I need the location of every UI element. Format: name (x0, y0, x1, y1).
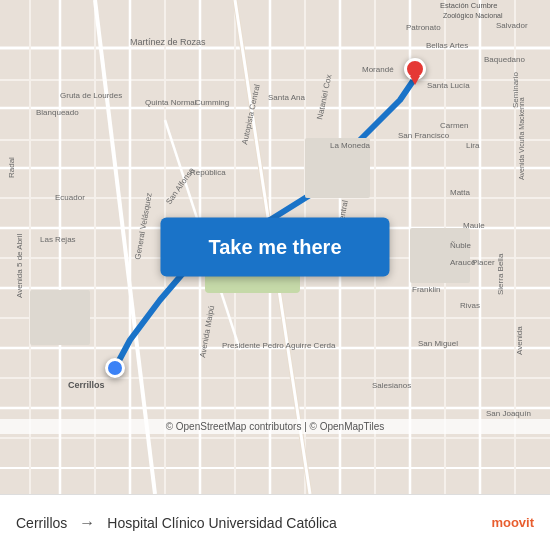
svg-text:Zoológico Nacional: Zoológico Nacional (443, 12, 503, 20)
destination-marker (404, 58, 426, 80)
svg-text:Gruta de Lourdes: Gruta de Lourdes (60, 91, 122, 100)
from-location-label: Cerrillos (16, 515, 67, 531)
svg-text:Santa Lucía: Santa Lucía (427, 81, 470, 90)
svg-text:Avenida Vicuña Mackenna: Avenida Vicuña Mackenna (518, 97, 525, 180)
svg-text:Rivas: Rivas (460, 301, 480, 310)
svg-text:San Francisco: San Francisco (398, 131, 450, 140)
app: Martínez de Rozas Gruta de Lourdes Blanq… (0, 0, 550, 550)
attribution: © OpenStreetMap contributors | © OpenMap… (0, 419, 550, 434)
svg-text:Salvador: Salvador (496, 21, 528, 30)
svg-text:Ecuador: Ecuador (55, 193, 85, 202)
svg-text:La Moneda: La Moneda (330, 141, 371, 150)
svg-text:Baquedano: Baquedano (484, 55, 525, 64)
svg-text:Salesianos: Salesianos (372, 381, 411, 390)
svg-text:Franklin: Franklin (412, 285, 440, 294)
svg-text:Carmen: Carmen (440, 121, 468, 130)
svg-text:Santa Ana: Santa Ana (268, 93, 305, 102)
svg-text:San Miguel: San Miguel (418, 339, 458, 348)
svg-rect-36 (30, 290, 90, 345)
svg-text:Avenida: Avenida (515, 326, 524, 355)
moovit-logo: moovit (491, 515, 534, 530)
origin-marker (105, 358, 125, 378)
to-location-label: Hospital Clínico Universidad Católica (107, 515, 479, 531)
svg-text:Patronato: Patronato (406, 23, 441, 32)
svg-text:Avenida 5 de Abril: Avenida 5 de Abril (15, 233, 24, 298)
svg-text:Maule: Maule (463, 221, 485, 230)
bottom-bar: Cerrillos → Hospital Clínico Universidad… (0, 494, 550, 550)
svg-text:Estación Cumbre: Estación Cumbre (440, 1, 498, 10)
arrow-right-icon: → (79, 514, 95, 532)
svg-text:Cerrillos: Cerrillos (68, 380, 105, 390)
svg-text:Matta: Matta (450, 188, 471, 197)
svg-text:San Joaquín: San Joaquín (486, 409, 531, 418)
svg-text:Seminario: Seminario (511, 71, 520, 108)
svg-text:Ñuble: Ñuble (450, 241, 471, 250)
svg-text:Radal: Radal (7, 157, 16, 178)
svg-text:Cumming: Cumming (195, 98, 229, 107)
svg-text:Morandé: Morandé (362, 65, 394, 74)
moovit-text: moovit (491, 515, 534, 530)
svg-text:Quinta Normal: Quinta Normal (145, 98, 197, 107)
svg-text:República: República (190, 168, 226, 177)
take-me-there-button[interactable]: Take me there (160, 218, 389, 277)
svg-rect-38 (410, 228, 470, 283)
svg-text:Blanqueado: Blanqueado (36, 108, 79, 117)
svg-text:Presidente Pedro Aguirre Cerda: Presidente Pedro Aguirre Cerda (222, 341, 336, 350)
svg-text:Placer: Placer (472, 258, 495, 267)
svg-text:Bellas Artes: Bellas Artes (426, 41, 468, 50)
svg-text:Lira: Lira (466, 141, 480, 150)
map-container: Martínez de Rozas Gruta de Lourdes Blanq… (0, 0, 550, 494)
destination-pin (404, 58, 426, 80)
svg-text:Las Rejas: Las Rejas (40, 235, 76, 244)
svg-text:Sierra Bella: Sierra Bella (496, 253, 505, 295)
svg-text:Martínez de Rozas: Martínez de Rozas (130, 37, 206, 47)
